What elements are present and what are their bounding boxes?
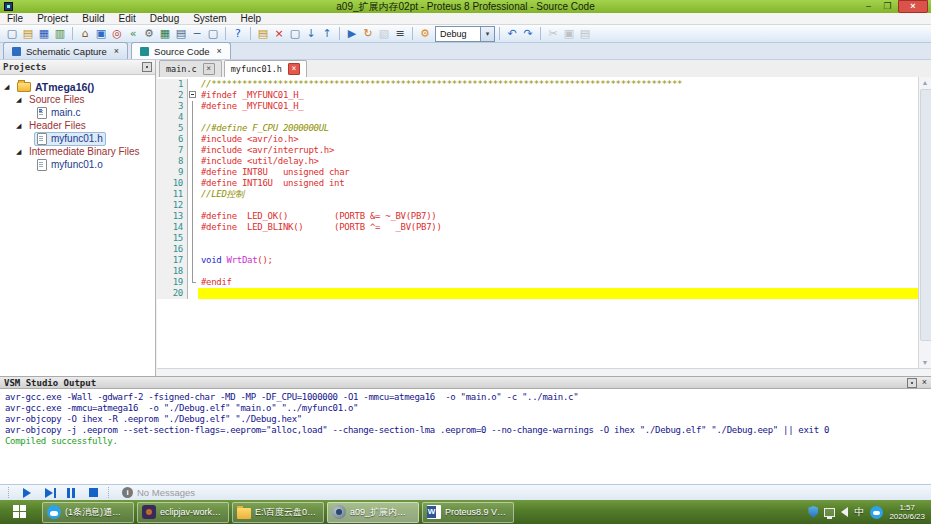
import-source-file-icon[interactable]: ↓ <box>304 27 318 41</box>
scroll-down-icon[interactable]: ▼ <box>919 357 931 368</box>
code-line[interactable]: 13#define LED_OK() (PORTB &= ~_BV(PB7)) <box>157 211 918 222</box>
stop-button[interactable] <box>82 486 104 499</box>
new-project-icon[interactable]: ▢ <box>5 27 19 41</box>
open-source-file-icon[interactable]: ▤ <box>256 27 270 41</box>
run-button[interactable] <box>16 486 38 499</box>
ime-indicator[interactable]: 中 <box>854 505 864 519</box>
tree-expander-icon[interactable]: ◢ <box>16 148 24 156</box>
undo-icon[interactable]: ↶ <box>505 27 519 41</box>
step-button[interactable] <box>38 486 60 499</box>
pin-icon[interactable] <box>142 62 152 72</box>
menu-file[interactable]: File <box>0 13 30 24</box>
start-button[interactable] <box>0 500 40 524</box>
redo-icon[interactable]: ↷ <box>521 27 535 41</box>
pcb-layout-icon[interactable]: ◎ <box>110 27 124 41</box>
design-explorer-icon[interactable]: ▦ <box>158 27 172 41</box>
tab-close-icon[interactable]: × <box>114 46 119 56</box>
stack-usage-icon[interactable]: ≡ <box>393 27 407 41</box>
editor-tab-main.c[interactable]: main.c× <box>159 60 222 77</box>
electrical-rule-check-icon[interactable]: − <box>190 27 204 41</box>
code-line[interactable]: 14#define LED_BLINK() (PORTB ^= _BV(PB7)… <box>157 222 918 233</box>
tree-item-main.c[interactable]: main.c <box>0 106 155 119</box>
menu-build[interactable]: Build <box>75 13 111 24</box>
build-project-icon[interactable]: ▶ <box>345 27 359 41</box>
save-project-icon[interactable]: ▦ <box>37 27 51 41</box>
import-legacy-project-icon[interactable]: ▥ <box>53 27 67 41</box>
tray-clock[interactable]: 1:57 2020/6/23 <box>889 503 925 521</box>
code-line[interactable]: 1//*************************************… <box>157 79 918 90</box>
bill-of-materials-icon[interactable]: ▤ <box>174 27 188 41</box>
scrollbar-thumb[interactable] <box>920 89 931 341</box>
code-line[interactable]: 18 <box>157 266 918 277</box>
taskbar-item-cloud[interactable]: (1条消息)通知-消... <box>42 502 134 523</box>
fold-marker[interactable] <box>188 90 198 101</box>
code-line[interactable]: 10#define INT16U unsigned int <box>157 178 918 189</box>
volume-icon[interactable] <box>841 507 848 517</box>
code-line[interactable]: 19#endif <box>157 277 918 288</box>
code-line[interactable]: 17void WrtDat(); <box>157 255 918 266</box>
3d-visualizer-icon[interactable]: « <box>126 27 140 41</box>
code-line[interactable]: 12 <box>157 200 918 211</box>
tree-item-source-files[interactable]: ◢Source Files <box>0 93 155 106</box>
pause-button[interactable] <box>60 486 82 499</box>
code-area[interactable]: 1//*************************************… <box>157 77 918 370</box>
new-source-file-icon[interactable]: ▢ <box>288 27 302 41</box>
tab-source-code[interactable]: Source Code× <box>131 42 231 59</box>
menu-debug[interactable]: Debug <box>143 13 186 24</box>
tab-schematic-capture[interactable]: Schematic Capture× <box>3 42 128 59</box>
tree-item-atmega16-[interactable]: ◢ATmega16() <box>0 80 155 93</box>
tree-expander-icon[interactable]: ◢ <box>4 83 12 91</box>
schematic-capture-icon[interactable]: ▣ <box>94 27 108 41</box>
toolbar-grip[interactable] <box>8 487 12 498</box>
quark-tray-icon[interactable] <box>870 506 883 519</box>
code-line[interactable]: 2#ifndef _MYFUNC01_H_ <box>157 90 918 101</box>
open-project-icon[interactable]: ▤ <box>21 27 35 41</box>
debug-target-select[interactable]: Debug▾ <box>435 26 495 42</box>
export-source-file-icon[interactable]: ↑ <box>320 27 334 41</box>
menu-edit[interactable]: Edit <box>112 13 143 24</box>
taskbar-item-word[interactable]: Proteus8.9 VSM... <box>422 502 514 523</box>
code-line[interactable]: 7#include <avr/interrupt.h> <box>157 145 918 156</box>
gerber-viewer-icon[interactable]: ⚙ <box>142 27 156 41</box>
editor-vertical-scrollbar[interactable]: ▲ ▼ <box>918 77 931 368</box>
close-button[interactable]: × <box>898 0 928 13</box>
code-line[interactable]: 6#include <avr/io.h> <box>157 134 918 145</box>
taskbar-item-proteus[interactable]: a09_扩展内存02... <box>327 502 419 523</box>
menu-project[interactable]: Project <box>30 13 75 24</box>
help-icon[interactable]: ? <box>231 27 245 41</box>
tree-item-myfunc01.o[interactable]: myfunc01.o <box>0 158 155 171</box>
close-project-icon[interactable]: × <box>272 27 286 41</box>
taskbar-item-folder[interactable]: E:\百度云盘03\Pr... <box>232 502 324 523</box>
code-line[interactable]: 20 <box>157 288 918 299</box>
scroll-up-icon[interactable]: ▲ <box>919 77 931 88</box>
security-shield-icon[interactable] <box>808 506 818 518</box>
pin-icon[interactable] <box>907 378 917 388</box>
code-line[interactable]: 5//#define F_CPU 2000000UL <box>157 123 918 134</box>
tree-item-header-files[interactable]: ◢Header Files <box>0 119 155 132</box>
code-line[interactable]: 8#include <util/delay.h> <box>157 156 918 167</box>
menu-system[interactable]: System <box>186 13 233 24</box>
tree-expander-icon[interactable]: ◢ <box>16 122 24 130</box>
code-line[interactable]: 4 <box>157 112 918 123</box>
code-line[interactable]: 3#define _MYFUNC01_H_ <box>157 101 918 112</box>
close-icon[interactable]: × <box>922 378 927 387</box>
menu-help[interactable]: Help <box>234 13 269 24</box>
tree-expander-icon[interactable]: ◢ <box>16 96 24 104</box>
editor-tab-myfunc01.h[interactable]: myfunc01.h× <box>224 60 307 77</box>
home-page-icon[interactable]: ⌂ <box>78 27 92 41</box>
rebuild-project-icon[interactable]: ↻ <box>361 27 375 41</box>
code-line[interactable]: 9#define INT8U unsigned char <box>157 167 918 178</box>
editor-horizontal-scrollbar[interactable] <box>157 368 931 376</box>
code-line[interactable]: 11//LED控制 <box>157 189 918 200</box>
network-icon[interactable] <box>824 508 835 517</box>
minimize-button[interactable]: – <box>860 1 877 12</box>
debug-configuration-icon[interactable]: ⚙ <box>418 27 432 41</box>
tree-item-intermediate-binary-files[interactable]: ◢Intermediate Binary Files <box>0 145 155 158</box>
code-line[interactable]: 16 <box>157 244 918 255</box>
tab-close-icon[interactable]: × <box>288 63 300 75</box>
code-line[interactable]: 15 <box>157 233 918 244</box>
tree-item-myfunc01.h[interactable]: myfunc01.h <box>0 132 155 145</box>
taskbar-item-eclipse[interactable]: eclipjav-worksp... <box>137 502 229 523</box>
tab-close-icon[interactable]: × <box>217 46 222 56</box>
tab-close-icon[interactable]: × <box>203 63 215 75</box>
